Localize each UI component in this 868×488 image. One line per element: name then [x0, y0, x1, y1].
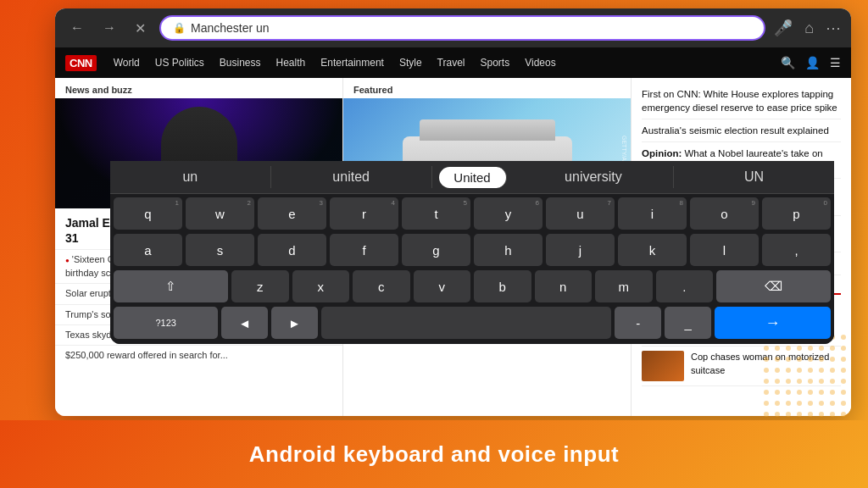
key-r[interactable]: 4r [330, 197, 398, 230]
number-row: 1q 2w 3e 4r 5t 6y 7u 8i 9o 0p [114, 197, 831, 230]
cnn-logo[interactable]: CNN [65, 55, 97, 71]
row-2: a s d f g h j k l , [114, 234, 831, 266]
backspace-key[interactable]: ⌫ [716, 270, 831, 302]
nav-entertainment[interactable]: Entertainment [314, 52, 391, 74]
address-bar[interactable]: 🔒 Manchester un [159, 15, 765, 41]
home-button[interactable]: ⌂ [804, 19, 814, 37]
autocomplete-bar: un united United university UN [110, 161, 834, 194]
key-comma[interactable]: , [762, 234, 831, 266]
sidebar-link-2[interactable]: Australia's seismic election result expl… [642, 119, 841, 142]
key-m[interactable]: m [595, 270, 653, 302]
shift-key[interactable]: ⇧ [114, 270, 228, 302]
mic-button[interactable]: 🎤 [774, 19, 793, 37]
subitem-5[interactable]: $250,000 reward offered in search for... [55, 345, 342, 365]
nav-uspolitics[interactable]: US Politics [148, 52, 211, 74]
keyboard-body: 1q 2w 3e 4r 5t 6y 7u 8i 9o 0p a s d f g … [110, 194, 834, 344]
cnn-nav-icons: 🔍 👤 ☰ [781, 56, 841, 69]
cnn-nav: CNN World US Politics Business Health En… [55, 47, 851, 78]
back-button[interactable]: ← [65, 19, 89, 37]
key-g[interactable]: g [402, 234, 470, 266]
key-j[interactable]: j [546, 234, 615, 266]
nav-world[interactable]: World [107, 52, 147, 74]
bottom-banner: Android keyboard and voice input [0, 420, 868, 488]
sidebar-link-1[interactable]: First on CNN: White House explores tappi… [642, 83, 841, 119]
address-text: Manchester un [191, 21, 752, 35]
key-underscore[interactable]: _ [665, 307, 711, 339]
hamburger-icon[interactable]: ☰ [830, 56, 841, 69]
key-123[interactable]: ?123 [114, 307, 218, 339]
key-n[interactable]: n [535, 270, 593, 302]
key-o[interactable]: 9o [690, 197, 759, 230]
spotlight-thumb-2 [642, 351, 684, 381]
dots-decoration [764, 335, 849, 420]
key-w[interactable]: 2w [186, 197, 254, 230]
key-v[interactable]: v [414, 270, 471, 302]
autocomplete-un-caps[interactable]: UN [674, 166, 834, 188]
key-q[interactable]: 1q [114, 197, 182, 230]
key-s[interactable]: s [186, 234, 254, 266]
menu-button[interactable]: ⋯ [826, 19, 841, 37]
featured-header: Featured [343, 78, 631, 98]
key-left-arrow[interactable]: ◄ [221, 307, 268, 339]
autocomplete-university[interactable]: university [514, 166, 675, 188]
nav-travel[interactable]: Travel [431, 52, 472, 74]
autocomplete-united-lower[interactable]: united [271, 166, 432, 188]
key-h[interactable]: h [474, 234, 542, 266]
key-y[interactable]: 6y [474, 197, 542, 230]
browser-actions: 🎤 ⌂ ⋯ [774, 19, 841, 37]
key-u[interactable]: 7u [546, 197, 615, 230]
browser-chrome: ← → ✕ 🔒 Manchester un 🎤 ⌂ ⋯ [55, 8, 851, 47]
key-right-arrow[interactable]: ► [271, 307, 318, 339]
key-a[interactable]: a [114, 234, 182, 266]
key-dash[interactable]: - [615, 307, 661, 339]
space-key[interactable] [321, 307, 612, 339]
nav-health[interactable]: Health [270, 52, 313, 74]
key-k[interactable]: k [618, 234, 687, 266]
key-p[interactable]: 0p [762, 197, 831, 230]
key-x[interactable]: x [292, 270, 350, 302]
enter-key[interactable]: → [715, 307, 831, 339]
autocomplete-united[interactable]: United [439, 167, 507, 188]
nav-style[interactable]: Style [392, 52, 429, 74]
forward-button[interactable]: → [97, 19, 121, 37]
search-icon[interactable]: 🔍 [781, 56, 795, 69]
bottom-banner-text: Android keyboard and voice input [249, 441, 619, 468]
user-icon[interactable]: 👤 [805, 56, 820, 69]
key-l[interactable]: l [690, 234, 759, 266]
key-e[interactable]: 3e [258, 197, 326, 230]
key-f[interactable]: f [330, 234, 398, 266]
key-b[interactable]: b [474, 270, 531, 302]
browser-window: ← → ✕ 🔒 Manchester un 🎤 ⌂ ⋯ CNN World US… [55, 8, 851, 416]
nav-sports[interactable]: Sports [474, 52, 517, 74]
row-3: ⇧ z x c v b n m . ⌫ [114, 270, 831, 302]
key-d[interactable]: d [258, 234, 326, 266]
key-period[interactable]: . [656, 270, 714, 302]
key-c[interactable]: c [353, 270, 410, 302]
key-z[interactable]: z [231, 270, 289, 302]
lock-icon: 🔒 [173, 22, 186, 34]
keyboard-overlay: un united United university UN 1q 2w 3e … [110, 161, 834, 344]
autocomplete-un[interactable]: un [110, 166, 271, 188]
live-dot: ● [65, 257, 70, 264]
news-buzz-header: News and buzz [55, 78, 342, 98]
key-i[interactable]: 8i [618, 197, 687, 230]
key-t[interactable]: 5t [402, 197, 470, 230]
close-button[interactable]: ✕ [130, 19, 151, 38]
nav-videos[interactable]: Videos [518, 52, 562, 74]
action-row: ?123 ◄ ► - _ → [114, 307, 831, 339]
nav-business[interactable]: Business [213, 52, 268, 74]
